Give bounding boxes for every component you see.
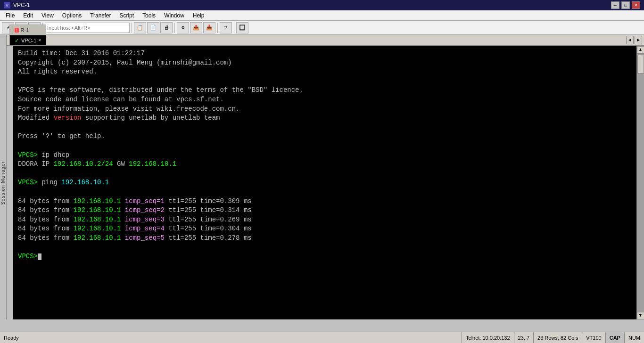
terminal-prompt: VPCS>	[18, 253, 38, 260]
tab-prev-button[interactable]: ◄	[626, 36, 634, 44]
terminal-cmd: ip dhcp	[38, 151, 69, 159]
terminal-text: GW	[113, 160, 129, 168]
terminal-line-7: For more information, please visit wiki.…	[18, 105, 632, 114]
menu-file[interactable]: File	[2, 11, 18, 20]
toolbar-fullscreen[interactable]: 🔲	[236, 22, 248, 33]
terminal[interactable]: Build time: Dec 31 2016 01:22:17 Copyrig…	[13, 46, 636, 319]
menu-edit[interactable]: Edit	[19, 11, 37, 20]
terminal-ip: 192.168.10.1	[74, 216, 121, 223]
terminal-seq: icmp_seq=4	[125, 225, 165, 232]
scroll-track[interactable]	[637, 54, 644, 312]
status-encoding-text: VT100	[586, 335, 601, 341]
toolbar-log[interactable]: 🖨	[160, 22, 173, 33]
terminal-text: ttl=255 time=0.278 ms	[165, 234, 252, 242]
tab-vpc1-label: VPC-1	[21, 38, 36, 43]
terminal-line-ping-1: 84 bytes from 192.168.10.1 icmp_seq=1 tt…	[18, 197, 632, 206]
terminal-text	[121, 197, 124, 205]
terminal-ip: 192.168.10.1	[74, 234, 121, 242]
toolbar-settings[interactable]: ⚙	[177, 22, 189, 33]
toolbar-sep-4	[217, 23, 218, 33]
title-bar: V VPC-1 ─ □ ✕	[0, 0, 644, 10]
toolbar-paste[interactable]: 📄	[147, 22, 159, 33]
terminal-line-dhcp-cmd: VPCS> ip dhcp	[18, 151, 632, 160]
scrollbar[interactable]: ▲ ▼	[636, 46, 644, 319]
terminal-seq: icmp_seq=3	[125, 216, 165, 223]
status-telnet-text: Telnet: 10.0.20.132	[466, 335, 510, 341]
status-telnet: Telnet: 10.0.20.132	[462, 332, 514, 343]
session-manager-strip: Session Manager	[0, 46, 7, 319]
status-segments: Telnet: 10.0.20.132 23, 7 23 Rows, 82 Co…	[462, 332, 644, 343]
terminal-text	[121, 234, 124, 242]
status-cursor-pos-text: 23, 7	[518, 335, 529, 341]
terminal-line-ping-2: 84 bytes from 192.168.10.1 icmp_seq=2 tt…	[18, 206, 632, 215]
status-dimensions-text: 23 Rows, 82 Cols	[537, 335, 578, 341]
menu-tools[interactable]: Tools	[139, 11, 159, 20]
menu-view[interactable]: View	[38, 11, 58, 20]
tab-container: ! R-1 ✓ VPC-1 ×	[9, 24, 47, 45]
terminal-line-blank-6	[18, 243, 632, 252]
terminal-line-8: Modified version supporting unetlab by u…	[18, 114, 632, 123]
scroll-up-button[interactable]: ▲	[637, 46, 644, 54]
scroll-thumb[interactable]	[637, 55, 644, 74]
terminal-text: For more information, please visit wiki.…	[18, 105, 239, 113]
menu-options[interactable]: Options	[58, 11, 85, 20]
terminal-line-final-prompt: VPCS>	[18, 252, 632, 261]
terminal-text	[121, 225, 124, 232]
terminal-text: ttl=255 time=0.309 ms	[165, 197, 252, 205]
terminal-line-blank-3	[18, 141, 632, 151]
status-cursor-pos: 23, 7	[514, 332, 533, 343]
toolbar-sep-3	[174, 23, 175, 33]
terminal-text	[121, 206, 124, 214]
terminal-line-5: VPCS is free software, distributed under…	[18, 86, 632, 95]
maximize-button[interactable]: □	[621, 1, 630, 9]
tab-r1[interactable]: ! R-1	[9, 24, 46, 35]
toolbar-copy[interactable]: 📋	[134, 22, 146, 33]
status-num: NUM	[624, 332, 644, 343]
terminal-text: 84 bytes from	[18, 234, 74, 242]
menu-script[interactable]: Script	[116, 11, 138, 20]
tab-r1-label: R-1	[21, 27, 29, 33]
terminal-text: Modified	[18, 114, 54, 122]
terminal-line-blank-4	[18, 169, 632, 179]
tab-vpc1[interactable]: ✓ VPC-1 ×	[9, 35, 46, 45]
terminal-prompt: VPCS>	[18, 151, 38, 159]
menu-window[interactable]: Window	[160, 11, 188, 20]
terminal-text: Press '?' to get help.	[18, 132, 105, 140]
terminal-version: version	[54, 114, 82, 122]
close-button[interactable]: ✕	[632, 1, 640, 9]
terminal-text: ttl=255 time=0.314 ms	[165, 206, 252, 214]
tab-next-button[interactable]: ►	[635, 36, 642, 44]
minimize-button[interactable]: ─	[611, 1, 619, 9]
terminal-text: ttl=255 time=0.304 ms	[165, 225, 252, 232]
terminal-text: All rights reserved.	[18, 68, 97, 75]
terminal-seq: icmp_seq=1	[125, 197, 165, 205]
tab-navigation: ◄ ►	[626, 36, 642, 44]
terminal-text: DDORA IP	[18, 160, 54, 168]
terminal-text: supporting unetlab by unetlab team	[81, 114, 220, 122]
terminal-text: VPCS is free software, distributed under…	[18, 86, 303, 94]
menu-bar: File Edit View Options Transfer Script T…	[0, 10, 644, 21]
terminal-text: 84 bytes from	[18, 216, 74, 223]
window-icon: V	[4, 2, 10, 8]
terminal-prompt: VPCS>	[18, 179, 38, 186]
toolbar-help[interactable]: ?	[220, 22, 232, 33]
terminal-line-blank-5	[18, 188, 632, 197]
toolbar-upload[interactable]: 📤	[190, 22, 202, 33]
terminal-ping-ip: 192.168.10.1	[61, 179, 109, 186]
scroll-down-button[interactable]: ▼	[637, 312, 644, 319]
terminal-line-10: Press '?' to get help.	[18, 132, 632, 141]
terminal-line-6: Source code and license can be found at …	[18, 95, 632, 105]
status-cap-text: CAP	[610, 335, 620, 341]
host-input[interactable]	[45, 23, 130, 33]
toolbar-download[interactable]: 📥	[203, 22, 215, 33]
terminal-line-ping-cmd: VPCS> ping 192.168.10.1	[18, 178, 632, 188]
menu-transfer[interactable]: Transfer	[86, 11, 115, 20]
terminal-text: 84 bytes from	[18, 225, 74, 232]
status-encoding: VT100	[582, 332, 605, 343]
terminal-gw: 192.168.10.1	[129, 160, 176, 168]
terminal-ip: 192.168.10.1	[74, 225, 121, 232]
tab-vpc1-close[interactable]: ×	[38, 38, 41, 43]
toolbar-sep-2	[132, 23, 132, 33]
menu-help[interactable]: Help	[189, 11, 208, 20]
terminal-line-blank-1	[18, 77, 632, 86]
